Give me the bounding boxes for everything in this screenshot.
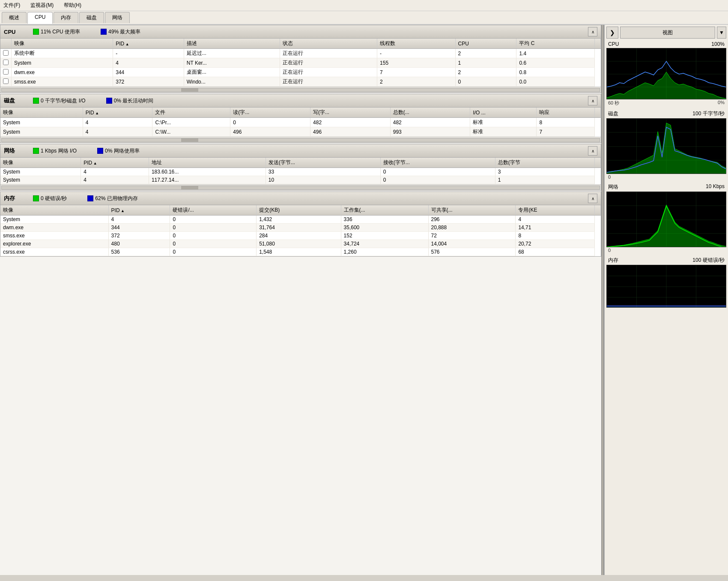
col-total[interactable]: 总数(... xyxy=(390,108,470,118)
col-private[interactable]: 专用(KE xyxy=(516,205,595,216)
col-checkbox[interactable] xyxy=(0,39,12,49)
network-stat1: 1 Kbps 网络 I/O xyxy=(33,147,77,155)
row-checkbox[interactable] xyxy=(0,49,12,58)
table-row[interactable]: explorer.exe 480 0 51,080 34,724 14,004 … xyxy=(0,240,601,248)
table-row[interactable]: System 4 0 1,432 336 296 4 xyxy=(0,216,601,224)
row-image: explorer.exe xyxy=(0,240,108,248)
row-io: 标准 xyxy=(470,118,537,127)
row-state: 正在运行 xyxy=(280,68,377,77)
col-state[interactable]: 状态 xyxy=(280,39,377,49)
table-row[interactable]: smss.exe 372 Windo... 正在运行 2 0 0.0 xyxy=(0,77,601,87)
row-image: dwm.exe xyxy=(12,68,113,77)
right-view-btn[interactable]: 视图 xyxy=(620,27,715,39)
col-cpu[interactable]: CPU xyxy=(455,39,516,49)
memory-chart-section: 内存 100 硬错误/秒 xyxy=(606,256,726,308)
tab-network[interactable]: 网络 xyxy=(105,12,130,23)
col-vscroll xyxy=(595,205,601,216)
disk-chart-title: 磁盘 xyxy=(608,110,618,117)
col-threads[interactable]: 线程数 xyxy=(377,39,456,49)
row-checkbox[interactable] xyxy=(0,77,12,87)
table-row[interactable]: 系统中断 - 延迟过... 正在运行 - 2 1.4 xyxy=(0,49,601,58)
row-image: smss.exe xyxy=(0,232,108,240)
row-working: 152 xyxy=(341,232,428,240)
row-shareable: 20,888 xyxy=(428,224,516,232)
col-pid[interactable]: PID xyxy=(113,39,184,49)
cpu-chart-bottom: 60 秒 0% xyxy=(606,99,726,107)
col-image[interactable]: 映像 xyxy=(0,205,108,216)
table-row[interactable]: dwm.exe 344 0 31,764 35,600 20,888 14,71 xyxy=(0,224,601,232)
row-checkbox[interactable] xyxy=(0,58,12,68)
col-pid[interactable]: PID xyxy=(108,205,170,216)
memory-stat2-label: 62% 已用物理内存 xyxy=(95,195,137,202)
col-image[interactable]: 映像 xyxy=(0,108,83,118)
cpu-green-icon xyxy=(33,29,39,35)
row-pid: 4 xyxy=(83,118,152,127)
row-hard: 0 xyxy=(170,248,257,256)
right-dropdown-btn[interactable]: ▼ xyxy=(717,27,726,39)
row-cpu: 0 xyxy=(455,77,516,87)
network-hscroll[interactable] xyxy=(0,184,601,190)
row-shareable: 14,004 xyxy=(428,240,516,248)
row-hard: 0 xyxy=(170,240,257,248)
col-total[interactable]: 总数(字节 xyxy=(495,158,594,168)
row-avg: 0.8 xyxy=(516,68,595,77)
table-row[interactable]: dwm.exe 344 桌面窗... 正在运行 7 2 0.8 xyxy=(0,68,601,77)
col-io[interactable]: I/O ... xyxy=(470,108,537,118)
tab-overview[interactable]: 概述 xyxy=(2,12,27,23)
disk-hscroll-thumb[interactable] xyxy=(181,138,198,142)
table-row[interactable]: System 4 C:\Pr... 0 482 482 标准 8 xyxy=(0,118,601,127)
row-checkbox[interactable] xyxy=(0,68,12,77)
col-shareable[interactable]: 可共享(... xyxy=(428,205,516,216)
right-forward-btn[interactable]: ❯ xyxy=(606,27,618,39)
disk-blue-icon xyxy=(106,98,112,104)
row-threads: 155 xyxy=(377,58,456,68)
tab-cpu[interactable]: CPU xyxy=(27,12,53,24)
menu-file[interactable]: 文件(F) xyxy=(2,1,22,10)
col-addr[interactable]: 地址 xyxy=(149,158,266,168)
menu-help[interactable]: 帮助(H) xyxy=(62,1,83,10)
memory-collapse-btn[interactable]: ∧ xyxy=(588,194,597,203)
col-commit[interactable]: 提交(KB) xyxy=(257,205,341,216)
network-hscroll-thumb[interactable] xyxy=(181,186,198,189)
disk-collapse-btn[interactable]: ∧ xyxy=(588,96,597,105)
col-vscroll xyxy=(595,158,601,168)
row-total: 482 xyxy=(390,118,470,127)
col-resp[interactable]: 响应 xyxy=(537,108,595,118)
col-avg-cpu[interactable]: 平均 C xyxy=(516,39,595,49)
menu-monitor[interactable]: 监视器(M) xyxy=(29,1,55,10)
disk-green-icon xyxy=(33,98,39,104)
table-row[interactable]: System 4 183.60.16... 33 0 3 xyxy=(0,168,601,176)
disk-hscroll[interactable] xyxy=(0,137,601,143)
table-row[interactable]: System 4 C:\W... 496 496 993 标准 7 xyxy=(0,127,601,137)
col-file[interactable]: 文件 xyxy=(152,108,230,118)
cpu-collapse-btn[interactable]: ∧ xyxy=(588,27,597,36)
tab-memory[interactable]: 内存 xyxy=(54,12,78,23)
col-read[interactable]: 读(字... xyxy=(230,108,310,118)
col-pid[interactable]: PID xyxy=(81,158,149,168)
row-image: System xyxy=(0,176,81,184)
col-desc[interactable]: 描述 xyxy=(184,39,280,49)
row-private: 8 xyxy=(516,232,595,240)
col-working[interactable]: 工作集(... xyxy=(341,205,428,216)
cpu-hscroll[interactable] xyxy=(0,87,601,93)
col-send[interactable]: 发送(字节... xyxy=(266,158,380,168)
row-state: 正在运行 xyxy=(280,49,377,58)
table-row[interactable]: smss.exe 372 0 284 152 72 8 xyxy=(0,232,601,240)
table-row[interactable]: csrss.exe 536 0 1,548 1,260 576 68 xyxy=(0,248,601,256)
col-image[interactable]: 映像 xyxy=(12,39,113,49)
row-image: csrss.exe xyxy=(0,248,108,256)
network-collapse-btn[interactable]: ∧ xyxy=(588,146,597,156)
col-recv[interactable]: 接收(字节... xyxy=(380,158,495,168)
cpu-hscroll-thumb[interactable] xyxy=(181,88,198,92)
col-image[interactable]: 映像 xyxy=(0,158,81,168)
tab-disk[interactable]: 磁盘 xyxy=(79,12,104,23)
col-hard[interactable]: 硬错误/... xyxy=(170,205,257,216)
disk-section-header: 磁盘 0 千字节/秒磁盘 I/O 0% 最长活动时间 ∧ xyxy=(0,94,601,108)
table-row[interactable]: System 4 NT Ker... 正在运行 155 1 0.6 xyxy=(0,58,601,68)
table-row[interactable]: System 4 117.27.14... 10 0 1 xyxy=(0,176,601,184)
row-image: System xyxy=(0,216,108,224)
memory-blue-icon xyxy=(87,195,93,201)
col-pid[interactable]: PID xyxy=(83,108,152,118)
col-write[interactable]: 写(字... xyxy=(310,108,391,118)
memory-title: 内存 xyxy=(4,195,30,202)
